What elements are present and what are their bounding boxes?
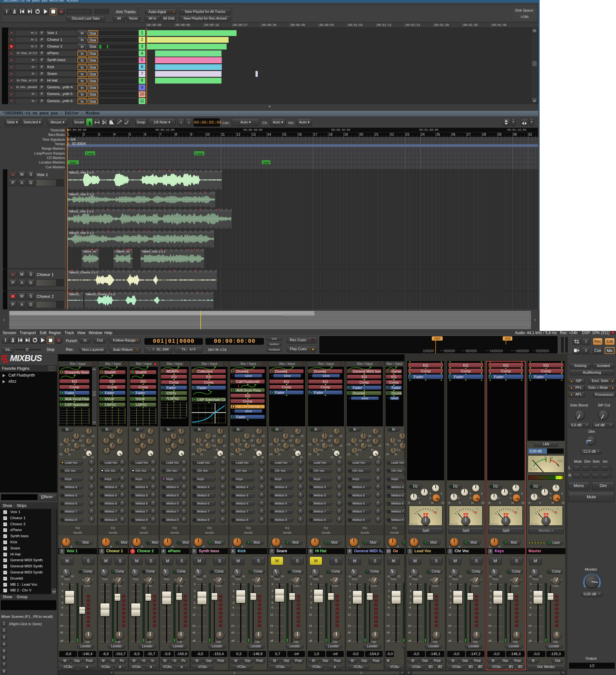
svg-text:+: + bbox=[477, 507, 478, 511]
svg-text:K-14: K-14 bbox=[530, 467, 537, 471]
svg-text:+: + bbox=[437, 507, 438, 511]
svg-text:+: + bbox=[557, 507, 558, 511]
svg-text:-: - bbox=[495, 507, 496, 511]
svg-text:-: - bbox=[535, 507, 536, 511]
svg-text:+14: +14 bbox=[557, 459, 562, 463]
svg-text:-: - bbox=[455, 507, 456, 511]
svg-text:-: - bbox=[415, 507, 416, 511]
svg-text:+4: +4 bbox=[549, 456, 553, 459]
svg-text:0: 0 bbox=[544, 456, 546, 459]
svg-text:+: + bbox=[517, 507, 518, 511]
